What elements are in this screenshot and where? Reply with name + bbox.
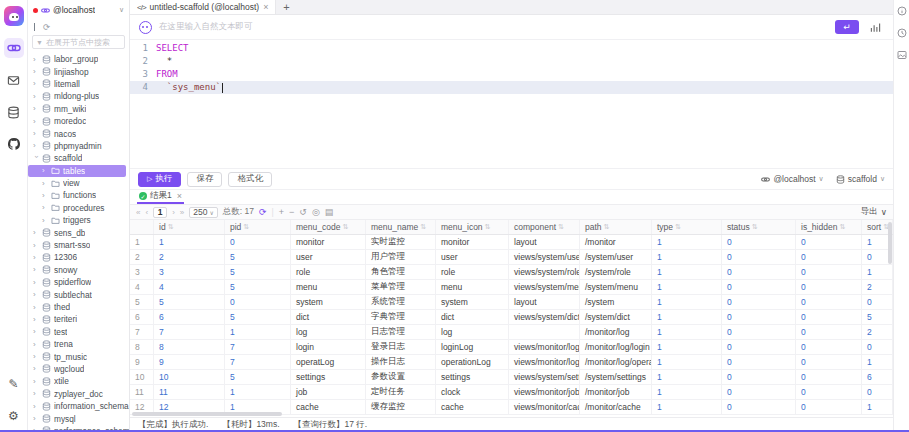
cell-component[interactable]: views/system/settings [509, 370, 580, 384]
cell-id[interactable]: 3 [154, 265, 225, 279]
chevron-right-icon[interactable]: › [33, 265, 39, 274]
sort-icon[interactable]: ⇅ [168, 223, 174, 231]
editor-line-4[interactable]: 4 `sys_menu` [130, 81, 893, 94]
delete-row-icon[interactable]: − [289, 207, 294, 217]
table-row[interactable]: 887login登录日志loginLogviews/monitor/log/lo… [130, 340, 893, 355]
cell-sort[interactable]: 6 [862, 370, 893, 384]
sort-icon[interactable]: ⇅ [243, 223, 249, 231]
connection-selector[interactable]: @localhost ∨ [28, 0, 129, 20]
cell-is_hidden[interactable]: 0 [796, 250, 862, 264]
chevron-right-icon[interactable]: › [33, 92, 39, 101]
chevron-right-icon[interactable]: › [33, 253, 39, 262]
cell-menu_icon[interactable]: menu [436, 280, 509, 294]
cell-path[interactable]: /monitor/cache [580, 400, 652, 414]
row-number-cell[interactable]: 2 [130, 250, 154, 264]
column-header-id[interactable]: id⇅ [154, 220, 225, 234]
tree-item-smart-sso[interactable]: ›smart-sso [28, 239, 129, 251]
table-row[interactable]: 771log日志管理log/monitor/log1002 [130, 325, 893, 340]
tree-item-tables[interactable]: ›tables [28, 165, 126, 177]
chevron-right-icon[interactable]: › [33, 290, 39, 299]
page-size-select[interactable]: 250 ∨ [189, 207, 218, 218]
cell-is_hidden[interactable]: 0 [796, 295, 862, 309]
first-page-button[interactable]: « [136, 208, 140, 217]
cell-path[interactable]: /monitor/job [580, 385, 652, 399]
page-number-input[interactable]: 1 [153, 207, 167, 218]
tree-item-spiderflow[interactable]: ›spiderflow [28, 276, 129, 288]
cell-status[interactable]: 0 [722, 370, 796, 384]
cell-id[interactable]: 8 [154, 340, 225, 354]
tree-item-mldong-plus[interactable]: ›mldong-plus [28, 90, 129, 102]
cell-type[interactable]: 1 [652, 250, 722, 264]
cell-component[interactable]: views/monitor/log/oper... [509, 355, 580, 369]
cell-pid[interactable]: 5 [225, 250, 291, 264]
chevron-right-icon[interactable]: › [42, 166, 48, 175]
cell-type[interactable]: 1 [652, 235, 722, 249]
tree-item-information_schema[interactable]: ›information_schema [28, 400, 129, 412]
row-number-cell[interactable]: 11 [130, 385, 154, 399]
chevron-right-icon[interactable]: › [33, 55, 39, 64]
cell-menu_name[interactable]: 登录日志 [366, 340, 436, 354]
cell-menu_code[interactable]: system [291, 295, 366, 309]
history-icon[interactable] [897, 28, 907, 38]
cell-pid[interactable]: 5 [225, 310, 291, 324]
column-header-component[interactable]: component⇅ [509, 220, 580, 234]
table-row[interactable]: 445menu菜单管理menuviews/system/menu/system/… [130, 280, 893, 295]
pen-icon[interactable]: ✎ [4, 374, 24, 394]
tree-item-test[interactable]: ›test [28, 326, 129, 338]
cell-is_hidden[interactable]: 0 [796, 340, 862, 354]
tree-item-wgcloud[interactable]: ›wgcloud [28, 363, 129, 375]
cell-id[interactable]: 5 [154, 295, 225, 309]
cell-status[interactable]: 0 [722, 355, 796, 369]
tree-item-sens_db[interactable]: ›sens_db [28, 226, 129, 238]
chevron-right-icon[interactable]: › [33, 241, 39, 250]
tree-item-mysql[interactable]: ›mysql [28, 412, 129, 424]
settings-gear-icon[interactable]: ⚙ [4, 406, 24, 426]
cell-pid[interactable]: 0 [225, 295, 291, 309]
cell-menu_icon[interactable]: system [436, 295, 509, 309]
cell-menu_code[interactable]: operatLog [291, 355, 366, 369]
cell-menu_name[interactable]: 菜单管理 [366, 280, 436, 294]
cell-status[interactable]: 0 [722, 325, 796, 339]
new-tab-button[interactable]: + [276, 0, 296, 14]
chevron-right-icon[interactable]: › [33, 79, 39, 88]
row-number-cell[interactable]: 6 [130, 310, 154, 324]
cell-is_hidden[interactable]: 0 [796, 355, 862, 369]
cell-menu_name[interactable]: 定时任务 [366, 385, 436, 399]
sort-icon[interactable]: ⇅ [604, 223, 610, 231]
sort-icon[interactable]: ⇅ [485, 223, 491, 231]
cell-id[interactable]: 1 [154, 235, 225, 249]
tree-item-12306[interactable]: ›12306 [28, 251, 129, 263]
cell-menu_name[interactable]: 用户管理 [366, 250, 436, 264]
chevron-right-icon[interactable]: › [33, 327, 39, 336]
chevron-right-icon[interactable]: › [33, 389, 39, 398]
horizontal-scrollbar[interactable] [132, 412, 282, 416]
cell-type[interactable]: 1 [652, 385, 722, 399]
table-row[interactable]: 550system系统管理systemlayout/system1000 [130, 295, 893, 310]
cell-id[interactable]: 4 [154, 280, 225, 294]
cell-status[interactable]: 0 [722, 295, 796, 309]
tree-item-moredoc[interactable]: ›moredoc [28, 115, 129, 127]
cell-type[interactable]: 1 [652, 265, 722, 279]
cell-pid[interactable]: 5 [225, 280, 291, 294]
column-header-menu_code[interactable]: menu_code⇅ [291, 220, 366, 234]
export-button[interactable]: 导出 ∨ [861, 206, 887, 218]
table-row[interactable]: 110monitor实时监控monitorlayout/monitor1001 [130, 235, 893, 250]
close-icon[interactable]: × [263, 2, 268, 12]
cell-sort[interactable]: 0 [862, 340, 893, 354]
chevron-right-icon[interactable]: › [33, 377, 39, 386]
cell-status[interactable]: 0 [722, 280, 796, 294]
tree-item-xtile[interactable]: ›xtile [28, 375, 129, 387]
cell-is_hidden[interactable]: 0 [796, 400, 862, 414]
column-header-pid[interactable]: pid⇅ [225, 220, 291, 234]
cell-menu_name[interactable]: 日志管理 [366, 325, 436, 339]
app-logo-icon[interactable] [4, 6, 24, 26]
submit-changes-icon[interactable]: ▤ [325, 207, 334, 217]
table-row[interactable]: 335role角色管理roleviews/system/role/system/… [130, 265, 893, 280]
cell-menu_name[interactable]: 字典管理 [366, 310, 436, 324]
row-number-cell[interactable]: 8 [130, 340, 154, 354]
cell-menu_icon[interactable]: clock [436, 385, 509, 399]
cell-id[interactable]: 7 [154, 325, 225, 339]
tree-item-mm_wiki[interactable]: ›mm_wiki [28, 103, 129, 115]
row-number-cell[interactable]: 4 [130, 280, 154, 294]
tree-item-tp_music[interactable]: ›tp_music [28, 350, 129, 362]
